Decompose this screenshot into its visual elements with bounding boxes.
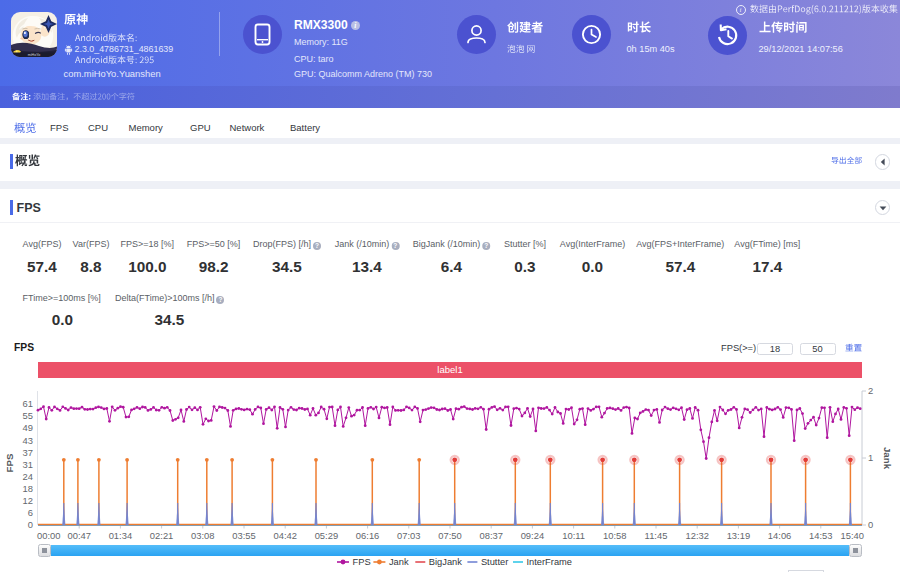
svg-text:55: 55 [23,410,33,421]
svg-text:11:45: 11:45 [645,530,668,541]
svg-text:24: 24 [23,471,33,482]
svg-text:15:40: 15:40 [841,530,864,541]
svg-text:BigJank: BigJank [429,557,462,567]
svg-text:05:29: 05:29 [315,530,338,541]
svg-text:02:21: 02:21 [150,530,173,541]
svg-text:31: 31 [23,459,33,470]
svg-text:49: 49 [23,422,33,433]
svg-text:09:24: 09:24 [521,530,544,541]
svg-text:6: 6 [28,507,33,518]
svg-text:00:47: 00:47 [67,530,90,541]
svg-text:10:58: 10:58 [603,530,626,541]
svg-text:0: 0 [868,519,873,530]
svg-text:Stutter: Stutter [481,557,508,567]
svg-text:FPS: FPS [4,453,15,472]
svg-text:Jank: Jank [389,557,409,567]
svg-text:04:42: 04:42 [273,530,296,541]
svg-text:1: 1 [868,452,873,463]
svg-text:03:08: 03:08 [191,530,214,541]
svg-text:12:32: 12:32 [685,530,708,541]
svg-text:03:55: 03:55 [232,530,255,541]
svg-text:37: 37 [23,447,33,458]
svg-text:14:06: 14:06 [768,530,791,541]
svg-text:07:50: 07:50 [438,530,461,541]
svg-text:00:00: 00:00 [37,530,60,541]
svg-text:08:37: 08:37 [479,530,502,541]
svg-text:13:19: 13:19 [727,530,750,541]
svg-text:12: 12 [23,495,33,506]
svg-text:0: 0 [28,519,33,530]
svg-text:01:34: 01:34 [109,530,132,541]
svg-text:2: 2 [868,385,873,396]
svg-text:14:53: 14:53 [809,530,832,541]
svg-text:07:03: 07:03 [397,530,420,541]
svg-text:61: 61 [23,398,33,409]
svg-text:Jank: Jank [882,447,893,470]
svg-text:43: 43 [23,435,33,446]
svg-text:18: 18 [23,483,33,494]
svg-text:FPS: FPS [353,557,371,567]
svg-text:10:11: 10:11 [562,530,585,541]
svg-text:06:16: 06:16 [356,530,379,541]
svg-text:InterFrame: InterFrame [527,557,572,567]
